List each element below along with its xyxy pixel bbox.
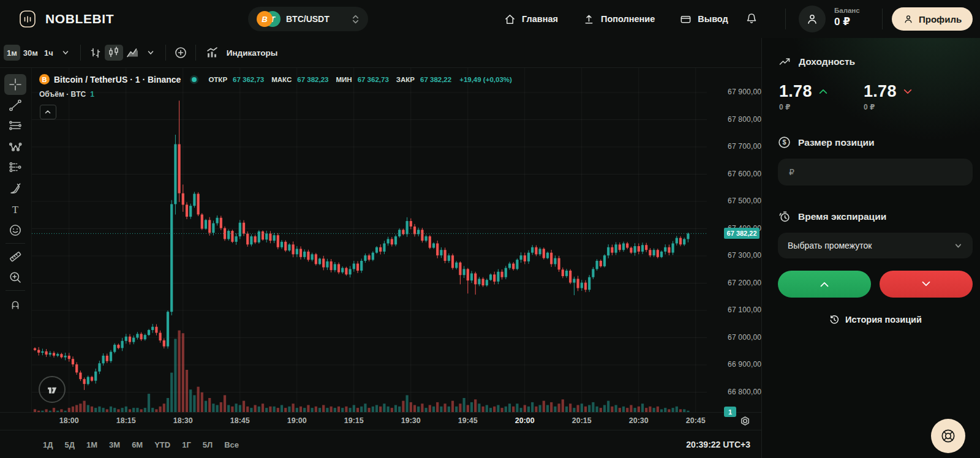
avatar[interactable] [799, 6, 826, 32]
crosshair-tool[interactable] [4, 74, 26, 95]
close-value: 67 382,22 [420, 76, 451, 83]
brush-tool[interactable] [4, 178, 26, 199]
dollar-circle-icon: $ [778, 136, 791, 149]
toolbar-divider [195, 45, 196, 61]
price-tick: 67 100,00 [728, 306, 761, 314]
price-axis[interactable]: 67 382,22 1 67 900,0067 800,0067 700,006… [707, 68, 761, 412]
close-label: ЗАКР [396, 76, 415, 83]
indicators-icon[interactable] [202, 45, 222, 61]
sell-down-button[interactable] [880, 271, 973, 298]
expiration-label: Время экспирации [798, 211, 886, 222]
position-history-link[interactable]: История позиций [778, 313, 973, 326]
time-tick: 19:15 [339, 416, 369, 425]
area-style-icon[interactable] [123, 45, 141, 61]
range-ytd[interactable]: YTD [153, 439, 172, 451]
nav-item-deposit[interactable]: Пополнение [582, 13, 655, 26]
emoji-tool[interactable] [4, 220, 26, 241]
range-3m[interactable]: 3М [108, 439, 121, 451]
interval-1m-button[interactable]: 1м [4, 45, 20, 61]
chart-module: 1м 30м 1ч [0, 38, 762, 458]
pair-selector[interactable]: B T BTC/USDT [248, 7, 368, 31]
zoom-in-tool[interactable] [4, 267, 26, 288]
open-value: 67 362,73 [233, 76, 264, 83]
noblebit-logo-icon [17, 9, 38, 29]
user-icon [805, 12, 819, 26]
style-dropdown-chevron-icon[interactable] [141, 45, 160, 61]
range-1m[interactable]: 1М [85, 439, 99, 451]
profile-button[interactable]: Профиль [892, 7, 973, 31]
forecast-tool[interactable] [4, 157, 26, 178]
expiration-placeholder: Выбрать промежуток [788, 241, 954, 250]
time-tick: 18:45 [225, 416, 255, 425]
date-ranges: 1Д 5Д 1М 3М 6М YTD 1Г 5Л Все [42, 439, 240, 451]
chart-bottom-bar: 1Д 5Д 1М 3М 6М YTD 1Г 5Л Все 20:39:22 UT… [0, 430, 761, 458]
notifications-bell-icon[interactable] [745, 12, 758, 25]
volume-value: 1 [90, 90, 94, 99]
time-axis[interactable]: 18:0018:1518:3018:4519:0019:1519:3019:45… [0, 412, 761, 430]
indicators-label[interactable]: Индикаторы [227, 48, 277, 58]
interval-30m-button[interactable]: 30м [20, 45, 41, 61]
smiley-icon [8, 223, 23, 238]
tradingview-logo[interactable] [39, 376, 66, 403]
price-tick: 66 800,00 [728, 388, 761, 396]
profile-button-label: Профиль [919, 14, 962, 24]
trend-line-tool[interactable] [4, 95, 26, 116]
chevron-up-icon [818, 87, 829, 96]
history-clock-icon [829, 314, 840, 325]
range-5d[interactable]: 5Д [64, 439, 77, 451]
chart-body: T [0, 68, 761, 412]
time-tick: 19:30 [396, 416, 426, 425]
buy-up-button[interactable] [778, 271, 871, 298]
xabcd-pattern-tool[interactable] [4, 137, 26, 157]
brand[interactable]: NOBLEBIT [17, 0, 114, 38]
btc-coin-icon: B [257, 11, 273, 27]
axis-settings-gear-icon[interactable] [740, 416, 750, 426]
withdraw-icon [679, 13, 692, 26]
balance: Баланс 0 ₽ [834, 7, 860, 28]
last-volume-badge: 1 [724, 407, 736, 417]
collapse-legend-button[interactable] [40, 105, 56, 119]
compare-plus-icon[interactable] [172, 45, 190, 61]
range-6m[interactable]: 6М [130, 439, 144, 451]
balance-label: Баланс [834, 7, 860, 14]
chart-legend: B Bitcoin / TetherUS · 1 · Binance ОТКР … [39, 74, 512, 84]
parallel-lines-tool[interactable] [4, 116, 26, 137]
nav-item-withdraw[interactable]: Вывод [679, 13, 728, 26]
price-tick: 67 000,00 [728, 333, 761, 342]
range-all[interactable]: Все [223, 439, 240, 451]
chevron-up-icon [818, 279, 831, 290]
nav-item-label: Вывод [698, 14, 728, 24]
chevron-down-icon [919, 279, 933, 290]
range-5y[interactable]: 5Л [202, 439, 214, 451]
support-button[interactable] [931, 419, 965, 453]
volume-label: Объём · BTC [39, 90, 86, 99]
text-tool[interactable]: T [4, 199, 26, 220]
ohlc-bars-style-icon[interactable] [86, 45, 105, 61]
range-1y[interactable]: 1Г [181, 439, 192, 451]
toolbar-divider [80, 45, 81, 61]
chart-canvas[interactable]: B Bitcoin / TetherUS · 1 · Binance ОТКР … [32, 68, 707, 412]
candlestick-chart [32, 68, 707, 412]
header-divider [882, 9, 883, 29]
symbol-title[interactable]: Bitcoin / TetherUS · 1 · Binance [54, 75, 181, 84]
range-1d[interactable]: 1Д [42, 439, 55, 451]
magnet-tool[interactable] [4, 293, 26, 314]
app: NOBLEBIT B T BTC/USDT Главная [0, 0, 980, 458]
yield-down-block: 1.78 0 ₽ [864, 82, 930, 111]
tradingview-icon [45, 383, 59, 396]
position-size-input[interactable] [778, 159, 973, 186]
timer-icon [778, 210, 791, 223]
position-size-label: Размер позиции [798, 137, 875, 148]
pair-coin-icons: B T [257, 11, 280, 27]
interval-dropdown-chevron-icon[interactable] [56, 45, 75, 61]
bitcoin-icon: B [39, 74, 50, 84]
nav-item-home[interactable]: Главная [503, 13, 558, 26]
expiration-select[interactable]: Выбрать промежуток [778, 233, 973, 258]
clock-utc[interactable]: 20:39:22 UTC+3 [686, 440, 750, 449]
chevron-down-icon [902, 87, 913, 96]
candlestick-style-icon[interactable] [105, 45, 123, 61]
interval-1h-button[interactable]: 1ч [41, 45, 56, 61]
crosshair-icon [8, 77, 23, 92]
position-history-label: История позиций [845, 315, 922, 325]
measure-tool[interactable] [4, 246, 26, 267]
